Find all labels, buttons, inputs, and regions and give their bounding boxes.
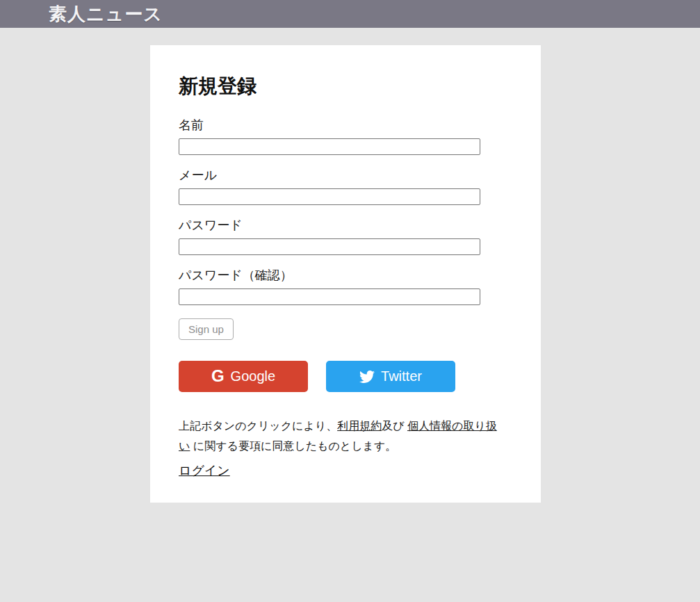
password-input[interactable] (179, 238, 480, 255)
social-login-row: G Google Twitter (179, 361, 512, 392)
login-link[interactable]: ログイン (179, 462, 230, 479)
name-label: 名前 (179, 117, 512, 133)
terms-prefix: 上記ボタンのクリックにより、 (179, 420, 337, 432)
google-g-icon: G (211, 368, 225, 384)
twitter-bird-icon (359, 369, 375, 384)
signup-card: 新規登録 名前 メール パスワード パスワード（確認） Sign up G Go… (150, 45, 541, 503)
password-confirmation-input[interactable] (179, 288, 480, 305)
twitter-button-label: Twitter (381, 368, 422, 384)
terms-text: 上記ボタンのクリックにより、利用規約及び 個人情報の取り扱い に関する要項に同意… (179, 416, 502, 456)
name-field-group: 名前 (179, 117, 512, 155)
email-label: メール (179, 168, 512, 183)
google-button-label: Google (231, 368, 276, 384)
terms-conjunction: 及び (382, 420, 407, 432)
site-logo[interactable]: 素人ニュース (49, 0, 163, 28)
password-confirmation-field-group: パスワード（確認） (179, 268, 512, 305)
terms-of-service-link[interactable]: 利用規約 (337, 420, 382, 432)
terms-suffix: に関する要項に同意したものとします。 (190, 440, 396, 452)
page-title: 新規登録 (179, 73, 512, 99)
twitter-login-button[interactable]: Twitter (326, 361, 455, 392)
email-field-group: メール (179, 168, 512, 205)
email-input[interactable] (179, 188, 480, 205)
google-login-button[interactable]: G Google (179, 361, 308, 392)
header-bar: 素人ニュース (0, 0, 700, 28)
password-label: パスワード (179, 218, 512, 233)
password-confirmation-label: パスワード（確認） (179, 268, 512, 283)
signup-button[interactable]: Sign up (179, 318, 234, 340)
name-input[interactable] (179, 138, 480, 155)
password-field-group: パスワード (179, 218, 512, 255)
